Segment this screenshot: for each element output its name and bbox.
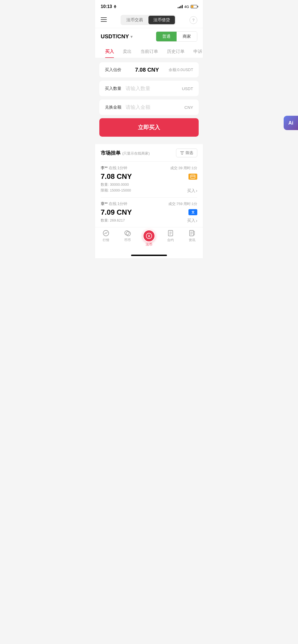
bottom-navigation: 行情 币币 ¥ 法币 合约 — [95, 227, 203, 252]
toggle-normal[interactable]: 普通 — [156, 32, 177, 41]
amount-label: 兑换金额 — [105, 105, 121, 110]
quantity-unit: USDT — [182, 86, 193, 91]
tab-loan[interactable]: 法币借贷 — [148, 16, 175, 24]
quantity-input[interactable]: 请输入数量 — [126, 85, 182, 92]
order-price-row: 7.09 CNY 支 — [101, 208, 197, 217]
tab-current-orders[interactable]: 当前订单 — [136, 45, 163, 58]
status-icons: 4G — [178, 5, 197, 9]
status-bar: 10:13 4G — [95, 0, 203, 12]
market-title-group: 市场挂单 (只显示在线商家) — [101, 150, 150, 156]
location-icon — [113, 5, 117, 8]
balance-display: 余额:0.0USDT — [169, 68, 193, 72]
fabi-icon: ¥ — [143, 230, 155, 242]
nav-contract-label: 合约 — [167, 238, 174, 242]
seller-name: 章** 在线:1分钟 — [101, 201, 127, 206]
quantity-label: 买入数量 — [105, 86, 121, 91]
home-indicator — [95, 252, 203, 258]
order-details: 数量: 30000.0000 限额: 15000-15000 买入 › — [101, 182, 197, 193]
pair-row: USDT/CNY ▾ 普通 商家 — [95, 28, 203, 45]
tab-apply[interactable]: 申诉 — [189, 45, 203, 58]
contract-icon — [167, 230, 174, 237]
coin-icon — [124, 230, 131, 237]
order-price-row: 7.08 CNY — [101, 172, 197, 181]
header: 法币交易 法币借贷 ? — [95, 12, 203, 28]
order-item: 章** 在线:1分钟 成交:759 用时:1分 7.09 CNY 支 数量: 2… — [101, 197, 197, 227]
order-info: 数量: 269.6217 — [101, 218, 125, 223]
order-info: 数量: 30000.0000 限额: 15000-15000 — [101, 182, 131, 193]
svg-rect-5 — [191, 176, 195, 177]
battery-icon — [191, 5, 197, 8]
order-stats: 成交:39 用时:1分 — [170, 166, 197, 171]
quantity-card[interactable]: 买入数量 请输入数量 USDT — [99, 81, 199, 96]
chevron-right-icon: › — [196, 218, 197, 223]
market-icon — [102, 230, 110, 237]
nav-market-label: 行情 — [103, 238, 109, 242]
payment-card-icon — [188, 174, 197, 180]
help-icon[interactable]: ? — [190, 16, 197, 24]
nav-fabi[interactable]: ¥ 法币 — [138, 230, 160, 247]
svg-point-0 — [115, 6, 115, 7]
home-indicator-bar — [131, 255, 167, 256]
online-status: 在线:1分钟 — [109, 166, 127, 170]
order-item: 李** 在线:1分钟 成交:39 用时:1分 7.08 CNY 数量: 3000… — [101, 161, 197, 197]
amount-input[interactable]: 请输入金额 — [126, 104, 184, 111]
price-card: 买入估价 7.08 CNY 余额:0.0USDT — [99, 62, 199, 77]
chevron-right-icon: › — [196, 188, 197, 193]
nav-contract[interactable]: 合约 — [160, 230, 181, 247]
market-header: 市场挂单 (只显示在线商家) 筛选 — [101, 149, 197, 157]
market-title: 市场挂单 — [101, 150, 121, 156]
alipay-icon: 支 — [188, 209, 197, 215]
svg-rect-3 — [101, 21, 107, 22]
order-item-header: 李** 在线:1分钟 成交:39 用时:1分 — [101, 166, 197, 171]
chevron-down-icon: ▾ — [131, 34, 132, 39]
tab-history-orders[interactable]: 历史订单 — [163, 45, 189, 58]
main-content: 买入估价 7.08 CNY 余额:0.0USDT 买入数量 请输入数量 USDT… — [95, 58, 203, 144]
tab-trade[interactable]: 法币交易 — [121, 16, 148, 24]
nav-fabi-label: 法币 — [146, 242, 152, 247]
signal-icon — [178, 5, 183, 8]
filter-button[interactable]: 筛选 — [176, 149, 197, 157]
tab-sell[interactable]: 卖出 — [118, 45, 136, 58]
amount-unit: CNY — [184, 105, 193, 110]
order-item-header: 章** 在线:1分钟 成交:759 用时:1分 — [101, 201, 197, 206]
buy-link[interactable]: 买入 › — [187, 188, 197, 193]
order-price: 7.08 CNY — [101, 172, 132, 181]
price-label: 买入估价 — [105, 67, 121, 72]
market-section: 市场挂单 (只显示在线商家) 筛选 李** 在线:1分钟 成交:39 用时:1分… — [95, 144, 203, 227]
toggle-merchant[interactable]: 商家 — [177, 32, 197, 41]
price-value: 7.08 CNY — [135, 67, 159, 73]
svg-point-8 — [126, 231, 131, 236]
market-subtitle: (只显示在线商家) — [122, 151, 150, 156]
pair-selector[interactable]: USDT/CNY ▾ — [101, 33, 132, 40]
pair-toggle: 普通 商家 — [156, 31, 197, 42]
amount-card[interactable]: 兑换金额 请输入金额 CNY — [99, 99, 199, 115]
nav-coin-label: 币币 — [124, 238, 131, 242]
svg-rect-2 — [101, 19, 107, 20]
seller-name: 李** 在线:1分钟 — [101, 166, 127, 171]
buy-button[interactable]: 立即买入 — [99, 118, 199, 137]
hamburger-icon[interactable] — [101, 17, 107, 23]
svg-rect-16 — [193, 231, 195, 235]
tab-buy[interactable]: 买入 — [101, 45, 118, 58]
bank-card-icon — [190, 175, 195, 179]
svg-text:¥: ¥ — [148, 234, 150, 238]
news-icon — [188, 230, 196, 237]
order-details: 数量: 269.6217 买入 › — [101, 218, 197, 223]
status-time: 10:13 — [101, 4, 117, 9]
order-stats: 成交:759 用时:1分 — [168, 201, 197, 206]
online-status: 在线:1分钟 — [109, 201, 127, 206]
network-type: 4G — [184, 5, 189, 9]
nav-news-label: 资讯 — [189, 238, 195, 242]
buy-link[interactable]: 买入 › — [187, 218, 197, 223]
header-tabs: 法币交易 法币借贷 — [121, 15, 176, 25]
filter-icon — [180, 151, 184, 155]
tab-navigation: 买入 卖出 当前订单 历史订单 申诉 — [95, 45, 203, 58]
svg-rect-1 — [101, 17, 107, 18]
order-price: 7.09 CNY — [101, 208, 132, 217]
nav-news[interactable]: 资讯 — [181, 230, 203, 247]
nav-market[interactable]: 行情 — [95, 230, 117, 247]
nav-coin[interactable]: 币币 — [117, 230, 138, 247]
